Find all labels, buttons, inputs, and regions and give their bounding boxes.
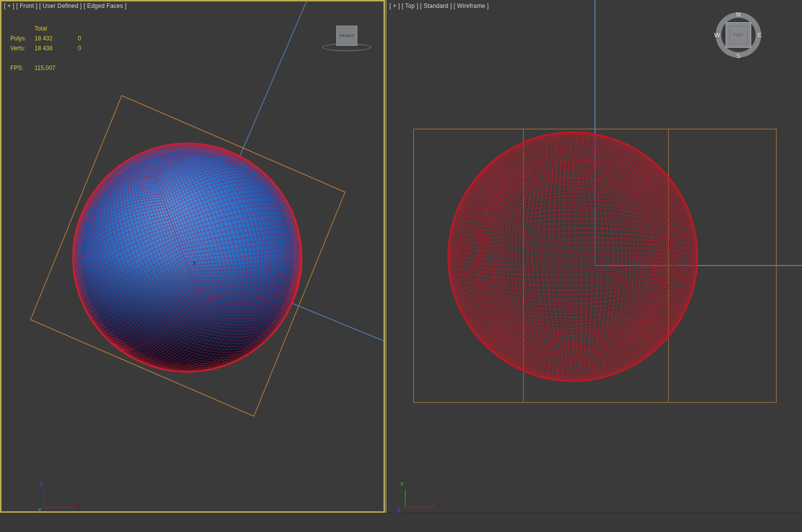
viewcube-front-face-label: FRONT (339, 33, 354, 38)
tripod-left-y-label: Y (38, 508, 41, 513)
viewport-label-top[interactable]: [ + ] [ Top ] [ Standard ] [ Wireframe ] (389, 2, 489, 9)
tripod-right-y-label: Y (400, 482, 404, 487)
compass-north-label[interactable]: N (736, 11, 740, 18)
stats-fps-value: 115,007 (35, 65, 56, 71)
viewport-top-canvas[interactable] (387, 0, 802, 513)
compass-east-label[interactable]: E (758, 32, 762, 39)
viewcube-front[interactable]: FRONT (307, 24, 376, 54)
stats-polys-label: Polys: (10, 35, 27, 42)
viewport-splitter[interactable] (385, 0, 387, 513)
bottom-bar (0, 513, 802, 532)
stats-polys-total: 18 432 (35, 35, 53, 42)
compass-west-label[interactable]: W (714, 32, 720, 39)
viewport-label-front[interactable]: [ + ] [ Front ] [ User Defined ] [ Edged… (4, 2, 127, 9)
stats-fps-label: FPS: (10, 65, 24, 71)
stats-verts-selected: 0 (78, 45, 81, 52)
viewcube-top-face-inner: TOP (729, 26, 748, 44)
stats-polys-selected: 0 (78, 35, 81, 42)
viewcube-top[interactable]: N S W E TOP (713, 6, 764, 61)
viewcube-front-face[interactable]: FRONT (336, 26, 357, 46)
max-dual-viewport: [ + ] [ Front ] [ User Defined ] [ Edged… (0, 0, 802, 532)
viewcube-top-face-label: TOP (733, 33, 743, 37)
tripod-left-x-label: X (76, 503, 79, 508)
stats-verts-label: Verts: (10, 45, 26, 52)
tripod-right-z-label: Z (397, 508, 400, 513)
compass-south-label[interactable]: S (736, 52, 741, 60)
viewcube-top-face[interactable]: TOP (726, 22, 751, 48)
stats-total-header: Total (35, 25, 47, 32)
tripod-right-x-label: X (438, 503, 441, 508)
tripod-left-z-label: Z (40, 482, 43, 487)
stats-verts-total: 18 438 (35, 45, 53, 52)
viewport-front-canvas[interactable] (0, 0, 385, 513)
